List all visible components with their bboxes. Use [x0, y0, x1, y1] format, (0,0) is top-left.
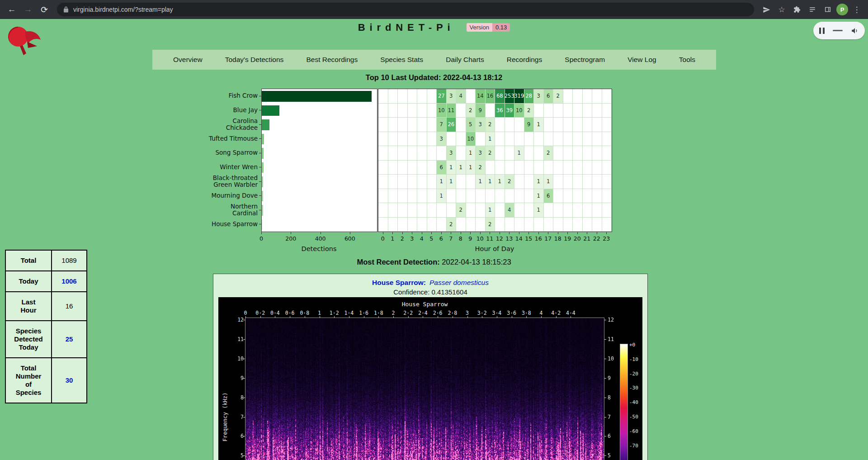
- heatmap-cell: [388, 146, 398, 161]
- spectrogram-time-tick: 2: [392, 310, 395, 316]
- spectrogram-time-tick: 3·8: [522, 310, 531, 316]
- heatmap-cell: 2: [524, 104, 534, 118]
- heatmap-cell: 1: [486, 132, 495, 147]
- nav-item-recordings[interactable]: Recordings: [507, 56, 542, 64]
- heatmap-cell: [573, 104, 583, 118]
- axis-tick: [260, 316, 261, 318]
- share-icon[interactable]: [760, 3, 773, 16]
- heatmap-cell: [563, 161, 573, 175]
- axis-tick: [259, 224, 261, 224]
- stat-value-species-detected-today-link[interactable]: 25: [52, 321, 87, 358]
- axis-tick: [243, 320, 245, 320]
- menu-dots-icon[interactable]: ⋮: [850, 3, 863, 16]
- axis-tick: [243, 378, 245, 379]
- heatmap-cell: [427, 89, 437, 104]
- heatmap-cell: [388, 118, 398, 132]
- heatmap-cell: [602, 218, 612, 232]
- heatmap-cell: [514, 132, 524, 147]
- nav-item-overview[interactable]: Overview: [173, 56, 203, 64]
- nav-item-species-stats[interactable]: Species Stats: [380, 56, 423, 64]
- heatmap-cell: 6: [544, 89, 554, 104]
- heatmap-cell: 2: [553, 89, 563, 104]
- detected-species-scientific[interactable]: Passer domesticus: [429, 279, 489, 286]
- axis-tick: [490, 232, 490, 234]
- axis-tick: [538, 232, 539, 234]
- spectrogram-freq-tick: 5: [225, 452, 244, 459]
- heatmap-cell: [553, 104, 563, 118]
- nav-item-best-recordings[interactable]: Best Recordings: [306, 56, 358, 64]
- heatmap-cell: 2: [447, 218, 457, 232]
- address-bar[interactable]: virginia.birdnetpi.com/?stream=play: [57, 3, 754, 16]
- reload-button[interactable]: ⟳: [37, 2, 52, 17]
- axis-tick: [604, 436, 606, 436]
- heatmap-cell: 2: [476, 161, 486, 175]
- heatmap-cell: [514, 161, 524, 175]
- spectrogram-time-tick: 2·4: [418, 310, 428, 316]
- heatmap-cell: [573, 175, 583, 189]
- stat-value-today-link[interactable]: 1006: [52, 271, 87, 292]
- bookmark-star-icon[interactable]: ☆: [775, 3, 788, 16]
- heatmap-cell: [592, 104, 602, 118]
- axis-tick: [480, 232, 481, 234]
- heatmap-cell: [563, 175, 573, 189]
- heatmap-cell: [417, 203, 427, 218]
- nav-item-spectrogram[interactable]: Spectrogram: [565, 56, 605, 64]
- heatmap-cell: [408, 89, 418, 104]
- nav-item-daily-charts[interactable]: Daily Charts: [446, 56, 484, 64]
- stat-value-total-number-of-species-link[interactable]: 30: [52, 358, 87, 403]
- axis-tick: [431, 232, 432, 234]
- heatmap-cell: 68: [495, 89, 505, 104]
- axis-tick: [604, 320, 606, 320]
- heatmap-cell: [592, 89, 602, 104]
- nav-item-view-log[interactable]: View Log: [627, 56, 656, 64]
- heatmap-cell: [573, 118, 583, 132]
- heatmap-cell: [466, 218, 476, 232]
- heatmap-cell: [417, 189, 427, 204]
- top10-hourly-heatmap: 2734141668253319283621011293639102726532…: [378, 89, 612, 232]
- axis-tick: [350, 232, 350, 234]
- volume-icon[interactable]: [851, 27, 859, 35]
- heatmap-cell: 27: [437, 89, 447, 104]
- profile-avatar[interactable]: P: [836, 4, 848, 15]
- axis-tick: [412, 232, 412, 234]
- axis-tick: [334, 316, 335, 318]
- chart-species-label: Carolina Chickadee: [149, 117, 258, 132]
- heatmap-cell: [524, 146, 534, 161]
- heatmap-cell: [544, 218, 554, 232]
- axis-tick-label: 14: [514, 235, 524, 242]
- heatmap-cell: [427, 132, 437, 147]
- heatmap-cell: [534, 132, 544, 147]
- axis-tick: [470, 232, 471, 234]
- nav-item-tools[interactable]: Tools: [679, 56, 695, 64]
- axis-tick-label: 0: [255, 235, 268, 242]
- side-panel-icon[interactable]: [821, 3, 835, 16]
- heatmap-cell: [408, 104, 418, 118]
- detections-bar: [262, 205, 263, 216]
- heatmap-cell: 2: [486, 146, 495, 161]
- pause-button[interactable]: [819, 28, 825, 34]
- nav-item-today-s-detections[interactable]: Today's Detections: [225, 56, 284, 64]
- axis-tick: [519, 232, 519, 234]
- heatmap-cell: [505, 146, 515, 161]
- extensions-icon[interactable]: [790, 3, 804, 16]
- heatmap-cell: [602, 175, 612, 189]
- reading-list-icon[interactable]: [806, 3, 819, 16]
- seek-bar[interactable]: [833, 30, 843, 31]
- forward-button[interactable]: →: [21, 2, 35, 17]
- chart-species-label: Winter Wren: [149, 160, 258, 175]
- detected-species-link[interactable]: House Sparrow:: [372, 279, 426, 286]
- live-stream-audio-player[interactable]: [813, 22, 865, 39]
- heatmap-cell: [378, 203, 388, 218]
- heatmap-cell: [563, 146, 573, 161]
- heatmap-cell: [495, 146, 505, 161]
- heatmap-cell: 4: [505, 203, 515, 218]
- heatmap-cell: [553, 161, 563, 175]
- heatmap-cell: 1: [534, 175, 544, 189]
- heatmap-cell: [592, 132, 602, 147]
- spectrogram-freq-tick: 8: [608, 394, 611, 401]
- spectrogram-time-tick: 1·4: [344, 310, 354, 316]
- heatmap-cell: [553, 189, 563, 204]
- back-button[interactable]: ←: [5, 2, 19, 17]
- spectrogram-db-tick: +0: [629, 342, 635, 348]
- spectrogram-time-tick: 0·8: [300, 310, 309, 316]
